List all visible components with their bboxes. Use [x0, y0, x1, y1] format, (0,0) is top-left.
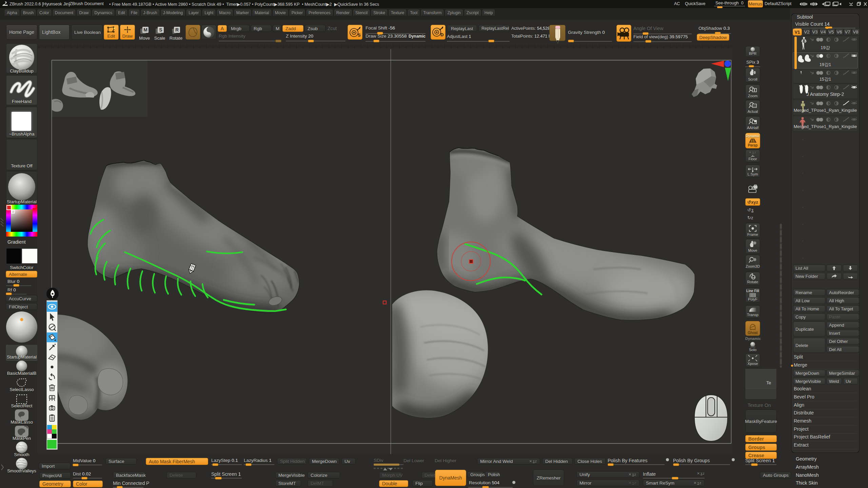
svg-text:M: M	[143, 27, 147, 33]
svg-text:R: R	[175, 27, 179, 33]
svg-text:D: D	[440, 32, 443, 37]
svg-text:S: S	[159, 27, 162, 33]
svg-text:x1: x1	[753, 104, 756, 107]
svg-text:S: S	[358, 33, 361, 38]
